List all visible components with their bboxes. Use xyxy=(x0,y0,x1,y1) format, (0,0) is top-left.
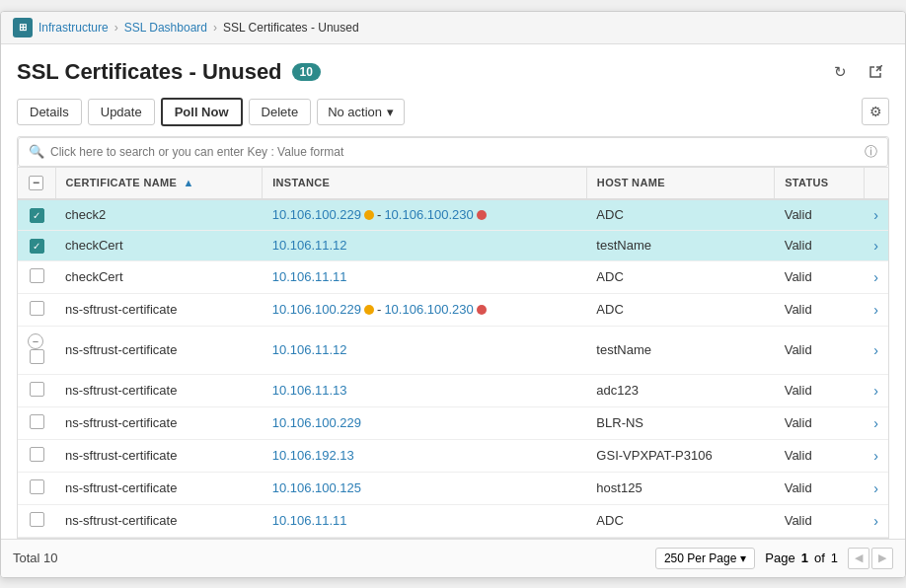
more-icon[interactable]: › xyxy=(873,238,878,254)
row-checkbox-cell[interactable] xyxy=(18,293,55,326)
settings-button[interactable]: ⚙ xyxy=(862,98,889,125)
table-row: ✓check210.106.100.229 - 10.106.100.230AD… xyxy=(18,199,888,231)
instance-link-1[interactable]: 10.106.100.229 xyxy=(272,415,361,430)
row-checkbox-cell[interactable] xyxy=(18,472,55,504)
more-icon[interactable]: › xyxy=(873,342,878,358)
select-all-checkbox[interactable]: − xyxy=(29,176,43,190)
footer: Total 10 250 Per Page ▾ Page 1 of 1 ◀ ▶ xyxy=(1,539,905,577)
row-checkbox-cell[interactable] xyxy=(18,504,55,537)
status-cell: Valid xyxy=(775,230,865,260)
error-dot-icon xyxy=(477,305,487,315)
more-icon[interactable]: › xyxy=(873,448,878,464)
more-icon[interactable]: › xyxy=(873,302,878,318)
instance-cell: 10.106.100.229 - 10.106.100.230 xyxy=(263,293,587,326)
update-button[interactable]: Update xyxy=(88,99,155,125)
info-icon[interactable]: ⓘ xyxy=(865,143,877,161)
more-cell[interactable]: › xyxy=(864,374,888,406)
more-icon[interactable]: › xyxy=(873,383,878,399)
instance-link-1[interactable]: 10.106.11.13 xyxy=(272,383,347,398)
instance-link-1[interactable]: 10.106.11.12 xyxy=(272,238,347,253)
breadcrumb-sep-1: › xyxy=(114,21,118,35)
prev-page-button[interactable]: ◀ xyxy=(848,548,869,569)
row-checkbox-cell[interactable] xyxy=(18,406,55,439)
row-checkbox-cell[interactable] xyxy=(18,439,55,472)
table-row: ns-sftrust-certificate10.106.11.11ADCVal… xyxy=(18,504,888,537)
cert-name-cell: ns-sftrust-certificate xyxy=(55,326,263,374)
row-checkbox[interactable] xyxy=(30,382,44,397)
per-page-select[interactable]: 250 Per Page ▾ xyxy=(655,548,755,569)
row-checkbox[interactable]: ✓ xyxy=(30,239,44,254)
instance-link-1[interactable]: 10.106.100.229 xyxy=(272,302,361,317)
row-checkbox-cell[interactable]: ✓ xyxy=(18,230,55,260)
more-icon[interactable]: › xyxy=(873,415,878,431)
more-icon[interactable]: › xyxy=(873,207,878,223)
more-icon[interactable]: › xyxy=(873,480,878,496)
external-link-button[interactable] xyxy=(862,58,889,86)
row-checkbox[interactable] xyxy=(30,301,44,316)
more-cell[interactable]: › xyxy=(864,406,888,439)
breadcrumb-current: SSL Certificates - Unused xyxy=(223,21,359,35)
row-checkbox[interactable]: ✓ xyxy=(30,208,44,223)
refresh-button[interactable]: ↻ xyxy=(826,58,854,86)
row-checkbox-cell[interactable]: − xyxy=(18,326,55,374)
more-cell[interactable]: › xyxy=(864,504,888,537)
breadcrumb-ssl-dashboard[interactable]: SSL Dashboard xyxy=(124,21,207,35)
row-checkbox[interactable] xyxy=(30,512,44,527)
group-collapse-icon[interactable]: − xyxy=(28,333,43,349)
next-page-button[interactable]: ▶ xyxy=(871,548,893,569)
row-checkbox-cell[interactable] xyxy=(18,260,55,293)
instance-link-2[interactable]: 10.106.100.230 xyxy=(384,207,473,222)
more-cell[interactable]: › xyxy=(864,326,888,374)
instance-link-1[interactable]: 10.106.11.12 xyxy=(272,342,347,357)
row-checkbox[interactable] xyxy=(30,447,44,462)
title-row: SSL Certificates - Unused 10 ↻ xyxy=(17,58,889,86)
more-icon[interactable]: › xyxy=(873,513,878,529)
cert-name-header[interactable]: CERTIFICATE NAME ▲ xyxy=(55,168,263,199)
more-cell[interactable]: › xyxy=(864,230,888,260)
delete-button[interactable]: Delete xyxy=(249,99,312,125)
cert-name-cell: ns-sftrust-certificate xyxy=(55,374,263,406)
instance-link-1[interactable]: 10.106.100.229 xyxy=(272,207,361,222)
more-cell[interactable]: › xyxy=(864,199,888,231)
main-content: SSL Certificates - Unused 10 ↻ Details U… xyxy=(1,44,905,539)
instance-separator: - xyxy=(377,207,381,222)
search-input[interactable] xyxy=(50,145,859,159)
status-cell: Valid xyxy=(775,504,865,537)
table-body: ✓check210.106.100.229 - 10.106.100.230AD… xyxy=(18,199,888,538)
details-button[interactable]: Details xyxy=(17,99,82,125)
search-bar: 🔍 ⓘ xyxy=(18,137,888,167)
more-cell[interactable]: › xyxy=(864,260,888,293)
row-checkbox-cell[interactable]: ✓ xyxy=(18,199,55,231)
row-checkbox[interactable] xyxy=(30,349,44,364)
instance-link-1[interactable]: 10.106.192.13 xyxy=(272,448,354,463)
status-header[interactable]: STATUS xyxy=(775,168,865,199)
status-cell: Valid xyxy=(775,439,865,472)
instance-header[interactable]: INSTANCE xyxy=(263,168,587,199)
host-name-cell: ADC xyxy=(586,504,774,537)
search-section: 🔍 ⓘ xyxy=(17,136,889,168)
instance-cell: 10.106.11.13 xyxy=(263,374,587,406)
row-checkbox[interactable] xyxy=(30,268,44,283)
host-name-header[interactable]: HOST NAME xyxy=(586,168,774,199)
more-cell[interactable]: › xyxy=(864,472,888,504)
row-checkbox-cell[interactable] xyxy=(18,374,55,406)
no-action-dropdown[interactable]: No action ▾ xyxy=(317,99,405,125)
instance-link-1[interactable]: 10.106.11.11 xyxy=(272,513,347,528)
more-icon[interactable]: › xyxy=(873,269,878,285)
poll-now-button[interactable]: Poll Now xyxy=(161,98,243,126)
per-page-chevron-icon: ▾ xyxy=(740,551,746,565)
more-cell[interactable]: › xyxy=(864,439,888,472)
breadcrumb-infrastructure[interactable]: Infrastructure xyxy=(38,21,109,35)
row-checkbox[interactable] xyxy=(30,479,44,494)
instance-link-2[interactable]: 10.106.100.230 xyxy=(384,302,473,317)
host-name-cell: GSI-VPXPAT-P3106 xyxy=(586,439,774,472)
instance-link-1[interactable]: 10.106.100.125 xyxy=(272,480,361,495)
select-all-header[interactable]: − xyxy=(18,168,55,199)
status-cell: Valid xyxy=(775,406,865,439)
host-name-cell: host125 xyxy=(586,472,774,504)
instance-link-1[interactable]: 10.106.11.11 xyxy=(272,269,347,284)
main-window: ⊞ Infrastructure › SSL Dashboard › SSL C… xyxy=(0,11,906,578)
more-cell[interactable]: › xyxy=(864,293,888,326)
row-checkbox[interactable] xyxy=(30,414,44,429)
cert-name-cell: checkCert xyxy=(55,260,263,293)
